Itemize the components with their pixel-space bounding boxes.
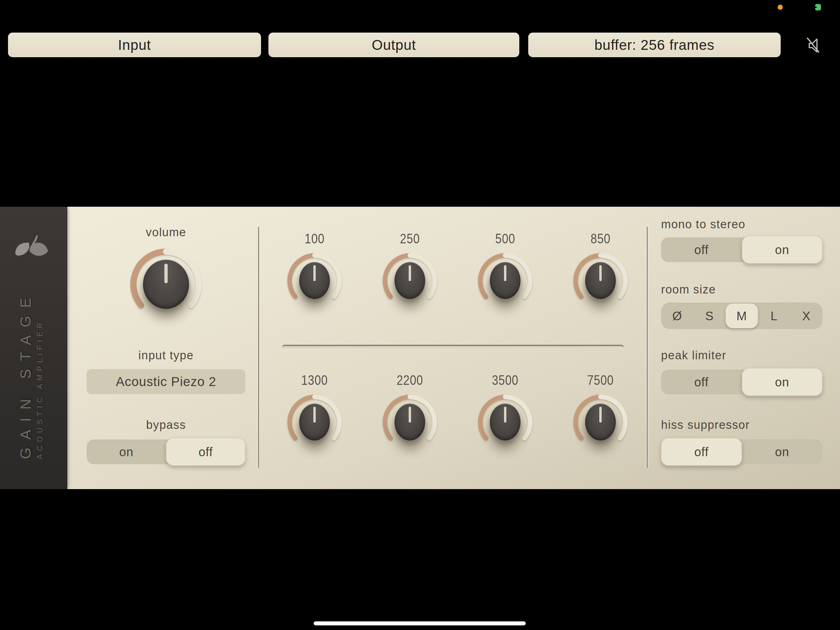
knob-body[interactable] (395, 404, 425, 440)
peak-limiter-off-option[interactable]: off (661, 370, 742, 394)
eq-band: 2200 (362, 373, 458, 459)
eq-band-frequency-label: 3500 (492, 373, 519, 388)
mono-to-stereo-toggle[interactable]: off on (661, 237, 823, 262)
knob-pointer (504, 407, 507, 423)
knob-body[interactable] (143, 260, 189, 309)
eq-band: 500 (458, 231, 553, 317)
brand-sidebar: GAIN STAGE ACOUSTIC AMPLIFIER (0, 207, 67, 489)
eq-band-knob[interactable] (474, 388, 536, 456)
eq-band-knob[interactable] (284, 388, 345, 456)
room-size-label: room size (661, 283, 716, 296)
room-size-segmented[interactable]: Ø S M L X (661, 303, 823, 329)
eq-row-divider (282, 345, 624, 349)
input-type-label: input type (120, 349, 212, 362)
eq-band-knob[interactable] (474, 247, 536, 314)
knob-body[interactable] (299, 404, 330, 440)
eq-band-knob[interactable] (570, 388, 631, 456)
peak-limiter-on-option[interactable]: on (742, 370, 823, 394)
section-separator (258, 227, 259, 468)
knob-pointer (164, 264, 168, 283)
bypass-on-option[interactable]: on (87, 440, 166, 464)
knob-body[interactable] (299, 262, 330, 299)
eq-bottom-row: 1300 2200 3500 (267, 373, 648, 459)
plugin-panel: GAIN STAGE ACOUSTIC AMPLIFIER volume inp… (0, 207, 840, 489)
leaf-logo-icon (12, 235, 49, 268)
eq-band-knob[interactable] (379, 247, 441, 314)
knob-pointer (313, 407, 316, 423)
mute-button[interactable] (801, 33, 825, 57)
eq-band: 850 (553, 231, 648, 317)
eq-band-knob[interactable] (379, 388, 441, 456)
knob-pointer (313, 265, 316, 281)
room-size-x-option[interactable]: X (790, 303, 823, 329)
peak-limiter-toggle[interactable]: off on (661, 370, 823, 394)
eq-band-frequency-label: 1300 (301, 373, 328, 388)
knob-pointer (504, 265, 507, 281)
peak-limiter-label: peak limiter (661, 349, 726, 362)
eq-band: 100 (267, 231, 362, 317)
volume-label: volume (120, 226, 212, 239)
eq-band-frequency-label: 250 (400, 231, 420, 246)
eq-band-knob[interactable] (570, 247, 631, 314)
hiss-suppressor-label: hiss suppressor (661, 418, 750, 432)
room-size-l-option[interactable]: L (758, 303, 790, 329)
hiss-suppressor-off-option[interactable]: off (661, 440, 742, 464)
mono-off-option[interactable]: off (661, 237, 742, 262)
brand-title: GAIN STAGE (17, 290, 34, 459)
mono-to-stereo-label: mono to stereo (661, 218, 745, 231)
room-size-s-option[interactable]: S (693, 303, 726, 329)
eq-band: 3500 (458, 373, 553, 459)
speaker-slash-icon (801, 33, 825, 57)
eq-band-knob[interactable] (284, 247, 345, 314)
eq-band-frequency-label: 7500 (587, 373, 614, 388)
knob-pointer (599, 407, 602, 423)
eq-top-row: 100 250 500 (267, 231, 648, 317)
knob-body[interactable] (585, 262, 616, 299)
hiss-suppressor-on-option[interactable]: on (742, 440, 823, 464)
room-size-null-option[interactable]: Ø (661, 303, 693, 329)
bypass-toggle[interactable]: on off (87, 440, 245, 464)
brand-subtitle: ACOUSTIC AMPLIFIER (36, 319, 44, 459)
knob-body[interactable] (395, 262, 425, 299)
knob-pointer (409, 265, 411, 281)
knob-pointer (409, 407, 411, 423)
input-button[interactable]: Input (8, 33, 261, 57)
battery-charging-icon (815, 4, 821, 11)
eq-band-frequency-label: 850 (591, 231, 611, 246)
home-indicator[interactable] (314, 621, 526, 625)
buffer-button[interactable]: buffer: 256 frames (528, 33, 781, 57)
knob-body[interactable] (490, 404, 521, 440)
mono-on-option[interactable]: on (742, 237, 823, 262)
eq-band: 7500 (553, 373, 648, 459)
eq-band: 250 (362, 231, 458, 317)
eq-band-frequency-label: 2200 (396, 373, 423, 388)
room-size-m-option[interactable]: M (726, 303, 758, 329)
bypass-off-option[interactable]: off (166, 440, 245, 464)
output-button[interactable]: Output (268, 33, 519, 57)
knob-pointer (599, 265, 602, 281)
eq-band-frequency-label: 100 (305, 231, 325, 246)
hiss-suppressor-toggle[interactable]: off on (661, 440, 823, 464)
eq-band-frequency-label: 500 (495, 231, 515, 246)
input-type-select[interactable]: Acoustic Piezo 2 (87, 369, 245, 394)
knob-body[interactable] (585, 404, 616, 440)
bypass-label: bypass (120, 418, 212, 432)
eq-band: 1300 (267, 373, 362, 459)
volume-knob[interactable] (126, 241, 206, 328)
knob-body[interactable] (490, 262, 521, 299)
mic-active-indicator (778, 5, 783, 10)
